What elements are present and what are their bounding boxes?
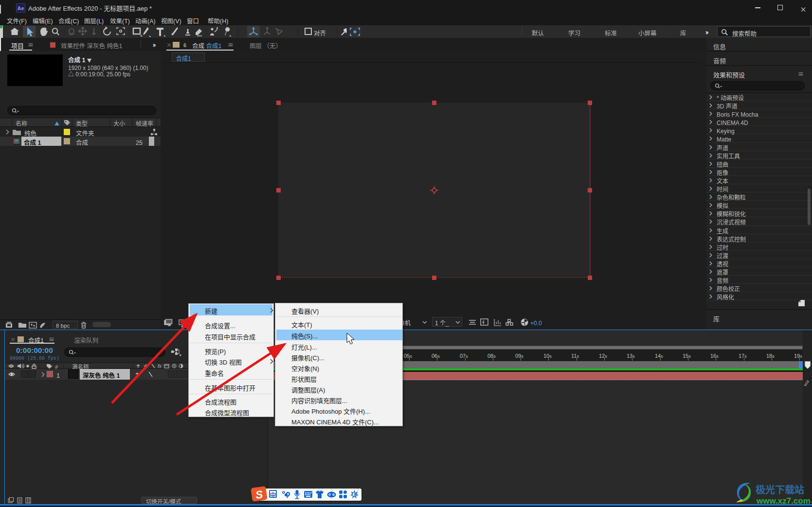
svg-text:fx: fx <box>158 364 162 369</box>
